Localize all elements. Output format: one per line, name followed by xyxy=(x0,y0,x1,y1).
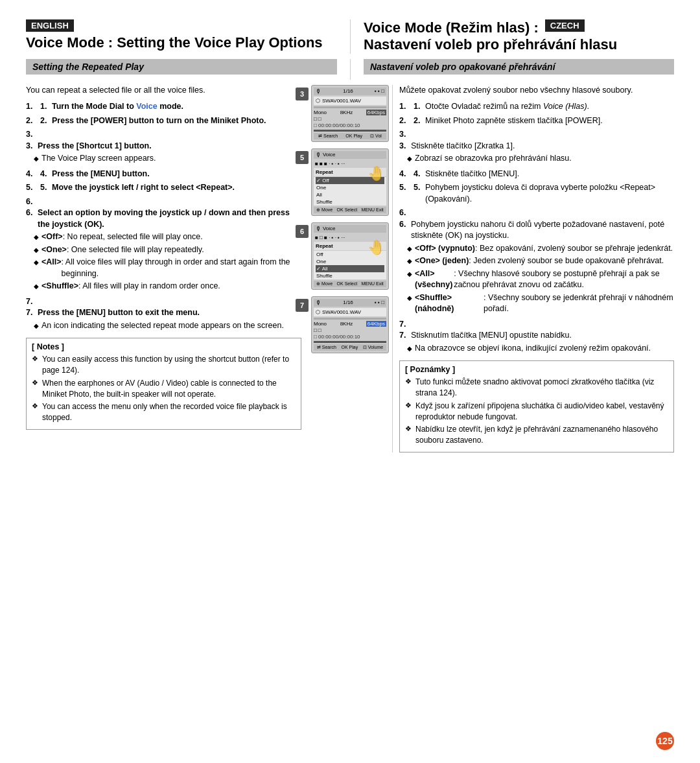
screen-num-6: 6 xyxy=(296,225,309,238)
screen-7-progress xyxy=(314,341,386,343)
mic-icon-7: 🎙 xyxy=(316,299,321,306)
sub-item: The Voice Play screen appears. xyxy=(34,153,301,165)
screen-3-body: 🎙 1/16 ▪ ▪ □ ⬡SWAV0001.WAV Mono8KHz64Kbp… xyxy=(311,85,389,142)
header: ENGLISH Voice Mode : Setting the Voice P… xyxy=(26,19,674,54)
screen-3-buttons: ⇌ Search OK Play ⊡ Vol xyxy=(314,133,386,139)
header-left: ENGLISH Voice Mode : Setting the Voice P… xyxy=(26,19,350,51)
screen-6: 6 🎙 Voice ■ □ ■ · ▪ · ▪ ··· Repeat Off O… xyxy=(311,222,389,290)
screen-3: 3 🎙 1/16 ▪ ▪ □ ⬡SWAV0001.WAV Mono8KHz64K… xyxy=(311,85,389,142)
screenshots-column: 3 🎙 1/16 ▪ ▪ □ ⬡SWAV0001.WAV Mono8KHz64K… xyxy=(308,85,392,452)
note-cz-1: Tuto funkci můžete snadno aktivovat pomo… xyxy=(405,377,668,399)
step-cz-7-sub: Na obrazovce se objeví ikona, indikující… xyxy=(399,343,674,356)
page-title-cz-main: Voice Mode (Režim hlas) : xyxy=(364,19,539,36)
mic-icon-5: 🎙 xyxy=(316,152,321,158)
notes-en-title: [ Notes ] xyxy=(32,342,296,351)
step-cz-1-text: Otočte Ovladač režimů na režim Voice (Hl… xyxy=(425,101,589,113)
mic-icon-6: 🎙 xyxy=(316,226,321,232)
screen-7-controls: □□ xyxy=(314,327,386,333)
step-en-6: 6. Select an option by moving the joysti… xyxy=(26,196,301,294)
page-title-en: Voice Mode : Setting the Voice Play Opti… xyxy=(26,34,337,51)
left-column: You can repeat a selected file or all th… xyxy=(26,85,308,452)
sub-item: <Off>: No repeat, selected file will pla… xyxy=(34,231,301,243)
note-en-2: When the earphones or AV (Audio / Video)… xyxy=(32,378,296,400)
screen-7: 7 🎙 1/16 ▪ ▪ □ ⬡SWAV0001.WAV Mono8KHz64K… xyxy=(311,296,389,353)
steps-cz: 1. Otočte Ovladač režimů na režim Voice … xyxy=(399,101,674,355)
sub-item: <Off> (vypnuto): Bez opakování, zvolený … xyxy=(407,243,674,255)
intro-en: You can repeat a selected file or all th… xyxy=(26,85,301,97)
notes-cz: [ Poznámky ] Tuto funkci můžete snadno a… xyxy=(399,360,674,452)
note-en-1: You can easily access this function by u… xyxy=(32,354,296,376)
menu-item-all: All xyxy=(316,191,384,198)
screen-6-body: 🎙 Voice ■ □ ■ · ▪ · ▪ ··· Repeat Off One… xyxy=(311,222,389,290)
screen-3-time: □ 00:00:00/00:00:10 xyxy=(314,123,386,128)
screen-num-3: 3 xyxy=(296,88,309,100)
page-title-cz-sub: Nastavení voleb pro přehrávání hlasu xyxy=(364,36,674,53)
screen-3-controls: □□ xyxy=(314,116,386,122)
step-cz-7-text: Stisknutím tlačítka [MENU] opustíte nabí… xyxy=(411,330,572,342)
screen-3-progress xyxy=(314,130,386,132)
screen-5: 5 🎙 Voice ■ ■ ■ · ▪ · ▪ ··· Repeat ✓ Off… xyxy=(311,148,389,216)
right-column: Můžete opakovat zvolený soubor nebo všec… xyxy=(392,85,674,452)
screen-3-topbar: 🎙 1/16 ▪ ▪ □ xyxy=(314,88,386,95)
menu-item-one: One xyxy=(316,184,384,191)
sub-item: Zobrazí se obrazovka pro přehrávání hlas… xyxy=(407,153,674,165)
screen-7-time: □ 00:00:00/00:00:10 xyxy=(314,334,386,340)
note-en-3: You can access the menu only when the re… xyxy=(32,401,296,423)
sub-item: <Shuffle>: All files will play in random… xyxy=(34,281,301,292)
screen-3-audio-info: Mono8KHz64Kbps xyxy=(314,110,386,115)
main-content: You can repeat a selected file or all th… xyxy=(26,85,674,452)
header-right: Voice Mode (Režim hlas) : CZECH Nastaven… xyxy=(350,19,674,54)
section-header-en: Setting the Repeated Play xyxy=(26,59,337,75)
step-cz-2-text: Miniket Photo zapněte stiskem tlačítka [… xyxy=(425,115,603,127)
step-cz-6-text: Pohybem joysticku nahoru či dolů vyberte… xyxy=(411,219,674,242)
sub-item: <All> (všechny): Všechny hlasové soubory… xyxy=(407,268,674,291)
manual-page: ENGLISH Voice Mode : Setting the Voice P… xyxy=(0,0,700,763)
screen-5-buttons: ⊕ Move OK Select MENU Exit xyxy=(314,207,386,213)
step-cz-3-text: Stiskněte tlačítko [Zkratka 1]. xyxy=(411,141,515,152)
step-cz-4-text: Stiskněte tlačítko [MENU]. xyxy=(425,169,519,180)
czech-badge: CZECH xyxy=(545,19,585,32)
step-en-4-text: Press the [MENU] button. xyxy=(52,169,150,180)
screen-3-counter: 1/16 xyxy=(343,88,353,94)
screen-5-topbar: 🎙 Voice xyxy=(314,151,386,159)
menu-item-shuffle: Shuffle xyxy=(316,198,384,205)
step-cz-3-sub: Zobrazí se obrazovka pro přehrávání hlas… xyxy=(399,153,674,166)
screen-7-audio-info: Mono8KHz64Kbps xyxy=(314,321,386,327)
screen-7-buttons: ⇌ Search OK Play ⊡ Volume xyxy=(314,344,386,351)
screen-7-topbar: 🎙 1/16 ▪ ▪ □ xyxy=(314,299,386,307)
screen-3-filename: ⬡SWAV0001.WAV xyxy=(314,97,386,105)
menu-item-one-2: One xyxy=(316,258,384,265)
screen-3-separator xyxy=(314,106,386,108)
step-en-4: 4. Press the [MENU] button. xyxy=(26,169,301,180)
step-en-5: 5. Move the joystick left / right to sel… xyxy=(26,182,301,194)
step-cz-5-text: Pohybem joysticku doleva či doprava vybe… xyxy=(425,182,674,205)
step-en-7-text: Press the [MENU] button to exit the menu… xyxy=(38,307,200,319)
steps-en: 1. Turn the Mode Dial to Voice mode. 2. … xyxy=(26,101,301,333)
step-en-7: 7. Press the [MENU] button to exit the m… xyxy=(26,296,301,333)
step-en-2: 2. Press the [POWER] button to turn on t… xyxy=(26,115,301,127)
step-cz-4: 4. Stiskněte tlačítko [MENU]. xyxy=(399,169,674,180)
step-cz-6: 6. Pohybem joysticku nahoru či dolů vybe… xyxy=(399,207,674,316)
screen-6-buttons: ⊕ Move OK Select MENU Exit xyxy=(314,281,386,287)
step-en-5-text: Move the joystick left / right to select… xyxy=(52,182,235,194)
intro-cz: Můžete opakovat zvolený soubor nebo všec… xyxy=(399,85,674,97)
step-cz-6-sub: <Off> (vypnuto): Bez opakování, zvolený … xyxy=(399,243,674,316)
step-en-2-text: Press the [POWER] button to turn on the … xyxy=(52,115,266,127)
note-cz-3: Nabídku lze otevřít, jen když je přehráv… xyxy=(405,424,668,446)
mic-icon-3: 🎙 xyxy=(316,88,321,95)
sub-item: <Shuffle> (náhodně): Všechny soubory se … xyxy=(407,292,674,315)
step-cz-1: 1. Otočte Ovladač režimů na režim Voice … xyxy=(399,101,674,113)
screen-7-separator xyxy=(314,318,386,320)
screen-num-5: 5 xyxy=(296,151,309,164)
notes-cz-list: Tuto funkci můžete snadno aktivovat pomo… xyxy=(405,377,668,446)
sub-item: <All>: All voice files will play through… xyxy=(34,257,301,279)
step-en-3: 3. Press the [Shortcut 1] button. The Vo… xyxy=(26,129,301,166)
screen-3-icons: ▪ ▪ □ xyxy=(375,88,384,94)
screen-5-body: 🎙 Voice ■ ■ ■ · ▪ · ▪ ··· Repeat ✓ Off O… xyxy=(311,148,389,216)
step-en-6-text: Select an option by moving the joystick … xyxy=(38,207,301,230)
step-cz-5: 5. Pohybem joysticku doleva či doprava v… xyxy=(399,182,674,205)
notes-en: [ Notes ] You can easily access this fun… xyxy=(26,338,301,430)
step-en-6-sub: <Off>: No repeat, selected file will pla… xyxy=(26,231,301,294)
step-cz-3: 3. Stiskněte tlačítko [Zkratka 1]. Zobra… xyxy=(399,129,674,166)
screen-6-topbar: 🎙 Voice xyxy=(314,225,386,233)
